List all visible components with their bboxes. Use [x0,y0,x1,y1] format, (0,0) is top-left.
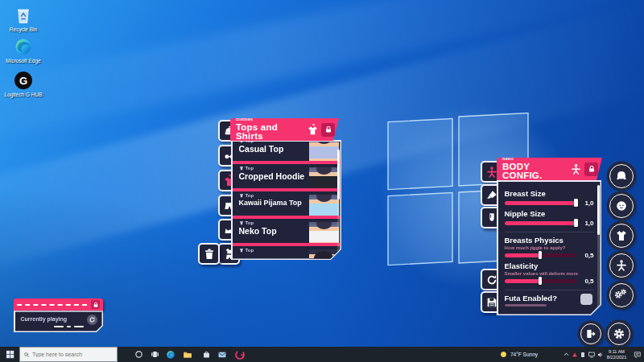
search-input[interactable] [32,352,114,357]
player-widget-header[interactable] [14,298,103,311]
edge-icon[interactable] [163,347,179,362]
clothes-item[interactable]: Top Neko Top [233,216,341,243]
slider-subtitle: Smaller values will deform more [505,271,594,276]
clipped-subtitle [505,304,547,306]
desktop-icon-label: Logitech G HUB [4,92,43,97]
clothes-item[interactable]: Top Kawaii Pijama Top [233,188,341,216]
item-tag: Top [239,248,307,253]
item-tag: Top [239,142,307,143]
clothes-item[interactable]: Top Cropped Hoodie [233,161,341,188]
action-center-icon[interactable] [631,347,644,362]
breasts-physics-slider[interactable] [505,253,576,257]
item-name: Kawaii Pijama Top [239,199,307,207]
slider-value: 1,0 [580,220,594,227]
breast-size-slider[interactable] [505,201,576,205]
cortana-icon[interactable] [130,347,147,362]
clothes-panel-header[interactable]: clothes Tops and Shirts [230,118,339,141]
panel-title: Tops and Shirts [236,123,304,142]
dashed-line [17,304,87,306]
clothes-panel-titles: clothes Tops and Shirts [236,117,304,142]
tops-icon[interactable] [609,224,634,248]
clothes-item-list[interactable]: Top Casual Top Top Cropped Hoodie [233,142,341,259]
divider [505,290,594,290]
search-icon [23,352,30,358]
scrollbar-thumb[interactable] [597,185,600,235]
taskbar-clock[interactable]: 9:11 AM 8/22/2021 [602,347,631,362]
clothes-panel: Top Casual Top Top Cropped Hoodie [231,140,341,260]
futa-toggle[interactable] [580,294,592,305]
desktop-icon-logitech-g-hub[interactable]: G Logitech G HUB [4,71,43,97]
poses-icon[interactable] [609,283,634,307]
desktop-icon-label: Recycle Bin [4,27,43,32]
trash-icon[interactable] [198,243,220,265]
desktop-icon-recycle-bin[interactable]: Recycle Bin [4,6,43,32]
toggle-label-group: Futa Enabled? [505,294,557,306]
panel-title: BODY CONFIG. [502,162,568,181]
hair-icon[interactable] [609,164,634,188]
futa-enabled-row: Futa Enabled? [505,294,594,306]
face-icon[interactable] [609,194,634,218]
elasticity-slider[interactable] [505,279,576,283]
task-view-icon[interactable] [147,347,163,362]
scrollbar-thumb[interactable] [337,150,340,200]
taskbar: 74°F Sunny 9:11 AM 8/22/2021 [0,347,644,362]
divider [505,232,594,232]
body-config-scrollbar[interactable] [597,185,600,307]
mail-icon[interactable] [214,347,230,362]
clothes-item[interactable]: Top Casual Top [233,142,341,161]
body-config-header[interactable]: neko BODY CONFIG. [497,158,602,180]
clock-date: 8/22/2021 [607,355,626,360]
exit-icon[interactable] [580,323,601,344]
store-icon[interactable] [198,347,214,362]
body-config-titles: neko BODY CONFIG. [502,157,568,181]
weather-text[interactable]: 74°F Sunny [510,347,538,362]
neko-app-icon[interactable] [232,347,248,362]
slider-handle[interactable] [539,277,543,285]
body-config-panel: Breast Size 1,0 Nipple Size 1,0 Breasts … [497,180,601,315]
edge-icon [14,37,33,56]
body-config-body: Breast Size 1,0 Nipple Size 1,0 Breasts … [498,182,601,315]
slider-handle[interactable] [574,219,578,227]
desktop-screen: Recycle Bin Microsoft Edge G Logitech G … [0,0,644,362]
progress-dashes [54,326,84,328]
player-title: Currently playing [21,316,68,322]
desktop-icon-label: Microsoft Edge [4,58,43,64]
slider-value: 0,5 [580,252,594,259]
item-tag: Top [239,166,307,171]
body-config-content: Breast Size 1,0 Nipple Size 1,0 Breasts … [498,182,601,315]
panel-category: clothes [236,117,304,122]
slider-label: Breast Size [505,189,594,198]
clothes-panel-body: Top Casual Top Top Cropped Hoodie [233,142,341,259]
slider-handle[interactable] [574,199,578,207]
clothes-item[interactable]: Top [233,243,341,259]
item-name: Neko Top [239,226,307,236]
slider-row: 0,5 [505,278,594,285]
taskbar-search[interactable] [19,347,118,362]
start-button[interactable] [0,347,19,362]
slider-value: 1,0 [580,200,594,207]
file-explorer-icon[interactable] [180,347,196,362]
item-name: Casual Top [239,144,307,154]
repeat-icon[interactable] [87,315,97,325]
slider-row: 1,0 [505,220,594,227]
lock-icon[interactable] [91,300,100,309]
lock-icon[interactable] [321,123,335,137]
slider-subtitle: How much jiggle to apply? [505,245,594,250]
slider-label: Nipple Size [505,209,594,218]
clothes-scrollbar[interactable] [337,148,340,254]
settings-icon[interactable] [608,323,630,345]
slider-handle[interactable] [539,251,543,259]
item-tag: Top [239,193,307,198]
item-tag: Top [239,220,307,225]
player-widget[interactable]: Currently playing [14,311,103,332]
item-name: Cropped Hoodie [239,171,307,181]
weather-icon[interactable] [497,347,509,362]
slider-value: 0,5 [580,278,594,285]
nipple-size-slider[interactable] [505,221,576,225]
svg-text:G: G [19,75,27,87]
lock-icon[interactable] [584,162,598,176]
logitech-g-icon: G [14,71,33,90]
body-icon[interactable] [609,253,634,278]
desktop-icon-edge[interactable]: Microsoft Edge [4,37,43,64]
toggle-label: Futa Enabled? [505,294,557,302]
